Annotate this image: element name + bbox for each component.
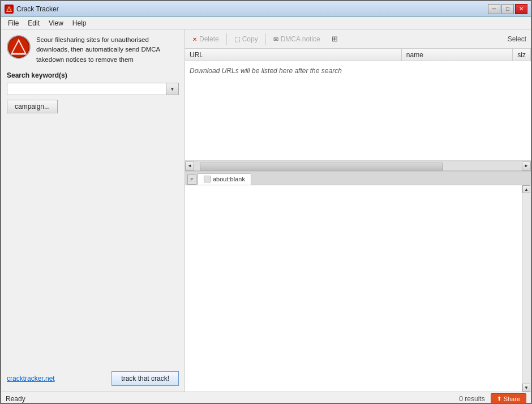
dmca-icon [273, 35, 278, 43]
select-label: Select [508, 35, 526, 43]
menu-help[interactable]: Help [68, 18, 91, 28]
site-link[interactable]: cracktracker.net [7, 375, 55, 382]
copy-button[interactable]: Copy [229, 32, 263, 46]
scroll-track[interactable] [194, 161, 522, 171]
results-count: 0 results [459, 395, 484, 403]
status-bar: Ready 0 results ⬆ Share [1, 392, 531, 404]
results-toolbar: Delete Copy DMCA notice Select [185, 29, 531, 49]
left-arrow-icon [187, 163, 192, 168]
chevron-down-icon [170, 86, 175, 92]
dmca-label: DMCA notice [281, 35, 320, 43]
toolbar-separator-2 [265, 33, 266, 45]
copy-icon [234, 35, 240, 43]
window-title: Crack Tracker [16, 5, 488, 13]
browser-tab-about-blank[interactable]: about:blank [198, 173, 251, 185]
app-logo [7, 35, 31, 59]
column-header-name: name [402, 49, 513, 61]
results-table-area: URL name siz Download URLs will be liste… [185, 49, 531, 160]
right-arrow-icon [524, 163, 529, 168]
tab-nav-back-icon: F [190, 177, 194, 182]
tab-label: about:blank [213, 176, 245, 182]
vscroll-down-button[interactable] [522, 384, 530, 392]
dmca-button[interactable]: DMCA notice [268, 32, 325, 46]
share-button[interactable]: ⬆ Share [491, 393, 526, 405]
search-dropdown-button[interactable] [166, 83, 179, 95]
scroll-thumb[interactable] [200, 163, 443, 171]
maximize-button[interactable]: □ [501, 4, 514, 14]
minimize-button[interactable]: ─ [488, 4, 500, 14]
search-input-row [7, 83, 179, 95]
app-description: Scour filesharing sites for unauthorised… [7, 35, 179, 65]
menu-file[interactable]: File [3, 18, 23, 28]
scroll-right-button[interactable] [522, 161, 531, 171]
status-text: Ready [6, 395, 459, 403]
browser-vertical-scrollbar [522, 185, 531, 392]
grid-icon [332, 35, 338, 43]
column-header-size: siz [513, 49, 531, 61]
vscroll-track[interactable] [522, 193, 531, 384]
scroll-left-button[interactable] [185, 161, 194, 171]
tab-page-icon [204, 176, 211, 182]
left-panel: Scour filesharing sites for unauthorised… [1, 29, 185, 392]
up-arrow-icon [524, 187, 529, 192]
delete-icon [192, 35, 197, 43]
app-icon [5, 5, 14, 14]
close-button[interactable]: ✕ [515, 4, 527, 14]
browser-panel: F about:blank [185, 171, 531, 392]
track-button[interactable]: track that crack! [111, 371, 179, 386]
copy-label: Copy [242, 35, 258, 43]
share-label: Share [504, 396, 520, 402]
share-icon: ⬆ [497, 396, 501, 402]
search-input[interactable] [7, 83, 166, 95]
horizontal-scrollbar [185, 160, 531, 171]
toolbar-separator-1 [226, 33, 227, 45]
browser-content [185, 185, 531, 392]
delete-label: Delete [199, 35, 219, 43]
column-header-url: URL [185, 49, 402, 61]
browser-tab-bar: F about:blank [185, 172, 531, 185]
table-header: URL name siz [185, 49, 531, 61]
app-description-text: Scour filesharing sites for unauthorised… [36, 35, 179, 65]
vscroll-up-button[interactable] [522, 185, 530, 193]
main-content: Scour filesharing sites for unauthorised… [1, 29, 531, 392]
menu-view[interactable]: View [44, 18, 68, 28]
table-empty-message: Download URLs will be listed here after … [185, 61, 531, 80]
menu-edit[interactable]: Edit [23, 18, 44, 28]
delete-button[interactable]: Delete [187, 32, 224, 46]
table-scroll-area[interactable]: Download URLs will be listed here after … [185, 61, 531, 160]
tab-nav-back[interactable]: F [187, 175, 196, 185]
window-controls: ─ □ ✕ [488, 4, 527, 14]
down-arrow-icon [524, 385, 529, 390]
right-panel: Delete Copy DMCA notice Select URL name [185, 29, 531, 392]
title-bar: Crack Tracker ─ □ ✕ [1, 1, 531, 17]
menu-bar: File Edit View Help [1, 17, 531, 29]
grid-button[interactable] [327, 32, 343, 46]
campaign-button[interactable]: campaign... [7, 100, 58, 113]
search-label: Search keyword(s) [7, 71, 179, 79]
link-and-track-area: cracktracker.net track that crack! [7, 371, 179, 386]
